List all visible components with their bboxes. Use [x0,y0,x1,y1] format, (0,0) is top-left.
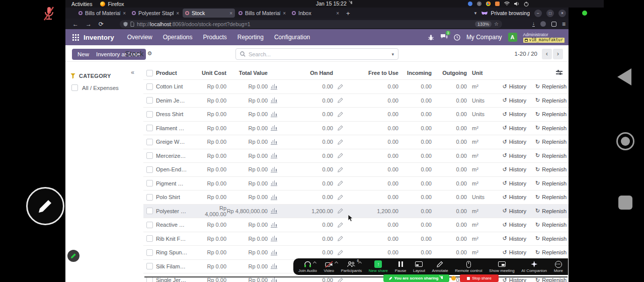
table-row[interactable]: Filament … Rp 0.00 Rp 0.00 0.00 0.00 0.0… [143,121,569,135]
replenish-button[interactable]: ↻Replenish [528,235,569,242]
optional-columns-icon[interactable] [556,70,562,75]
shield-icon[interactable] [123,22,128,27]
row-checkbox[interactable] [146,222,153,228]
history-button[interactable]: ↺History [491,125,528,131]
row-checkbox[interactable] [146,139,153,145]
replenish-button[interactable]: ↻Replenish [528,194,569,201]
close-window-button[interactable]: × [558,10,566,17]
sidebar-item-all-expenses[interactable]: All / Expenses [71,84,119,91]
edit-pencil-icon[interactable] [338,167,343,172]
gear-icon[interactable]: ⚙ [147,50,152,57]
join-audio-button[interactable]: Join Audio [298,260,317,273]
valuation-chart-icon[interactable] [271,236,277,241]
product-name[interactable]: Single Jer… [156,277,199,282]
stop-share-button[interactable]: Stop share [460,274,499,282]
new-tab-button[interactable]: + [346,10,350,17]
edit-pencil-icon[interactable] [338,250,343,255]
activities-button[interactable]: Activities [71,1,92,7]
user-menu[interactable]: Administrator v18_manufaktur [523,32,565,43]
product-name[interactable]: Cotton Lint [156,83,199,89]
android-back-button[interactable] [617,68,631,85]
history-button[interactable]: ↺History [491,208,528,214]
bookmark-star-icon[interactable]: ☆ [494,21,499,27]
category-checkbox[interactable] [71,84,78,91]
valuation-chart-icon[interactable] [271,98,277,103]
product-name[interactable]: Rib Knit F… [156,236,199,242]
history-button[interactable]: ↺History [491,180,528,186]
menu-icon[interactable]: ≡ [562,21,566,28]
edit-pencil-icon[interactable] [338,125,343,131]
edit-pencil-icon[interactable] [338,98,343,103]
android-home-button[interactable] [616,132,634,150]
col-incoming[interactable]: Incoming [398,70,432,76]
chevron-up-icon[interactable] [358,261,362,265]
row-checkbox[interactable] [146,152,153,159]
remote-control-button[interactable]: Remote control [455,260,482,273]
show-meeting-button[interactable]: Show meeting [489,260,515,273]
edit-pencil-icon[interactable] [338,236,343,241]
replenish-button[interactable]: ↻Replenish [528,152,569,159]
new-share-button[interactable]: ↑ New share [369,260,388,273]
participants-button[interactable]: 6 Participants [341,260,362,273]
tray-chrome-icon[interactable] [486,2,491,6]
close-tab-icon[interactable]: × [176,11,179,16]
product-name[interactable]: Pigment … [156,180,199,186]
menu-configuration[interactable]: Configuration [274,34,310,41]
valuation-chart-icon[interactable] [271,277,277,282]
edit-pencil-icon[interactable] [338,84,343,89]
ai-companion-button[interactable]: AI Companion [521,260,547,273]
row-checkbox[interactable] [146,277,153,282]
android-recents-button[interactable] [618,196,632,210]
replenish-button[interactable]: ↻Replenish [528,125,569,131]
replenish-button[interactable]: ↻Replenish [528,111,569,118]
annotation-pencil-tool[interactable] [26,187,64,225]
tray-screenshare-icon[interactable] [495,2,500,6]
close-tab-icon[interactable]: × [336,11,339,16]
history-button[interactable]: ↺History [491,194,528,201]
product-name[interactable]: Polyester … [156,208,199,214]
row-checkbox[interactable] [146,208,153,214]
more-button[interactable]: ••• More [554,260,563,273]
messages-button[interactable]: 3 [440,33,448,42]
back-button[interactable]: ← [72,21,78,28]
history-button[interactable]: ↺History [491,235,528,242]
app-name[interactable]: Inventory [84,34,114,41]
product-name[interactable]: Denim Je… [156,98,199,104]
user-avatar[interactable]: A [508,33,517,42]
zoom-level-badge[interactable]: 133% [475,21,492,27]
row-checkbox[interactable] [146,83,153,90]
product-name[interactable]: Greige W… [156,139,199,145]
volume-icon[interactable] [514,2,519,6]
history-button[interactable]: ↺History [491,139,528,145]
menu-products[interactable]: Products [203,34,226,41]
table-row[interactable]: Dress Shirt Rp 0.00 Rp 0.00 0.00 0.00 0.… [143,107,569,121]
replenish-button[interactable]: ↻Replenish [528,208,569,214]
valuation-chart-icon[interactable] [271,195,277,200]
product-name[interactable]: Filament … [156,125,199,131]
row-checkbox[interactable] [146,111,153,118]
url-bar[interactable]: http://localhost:8069/odoo/stock-report?… [120,20,502,28]
replenish-button[interactable]: ↻Replenish [528,83,569,90]
valuation-chart-icon[interactable] [271,112,277,117]
row-checkbox[interactable] [146,235,153,242]
close-tab-icon[interactable]: × [123,11,126,16]
company-switcher[interactable]: My Company [466,34,502,41]
valuation-chart-icon[interactable] [271,167,277,172]
col-total-value[interactable]: Total Value [226,70,268,76]
product-name[interactable]: Open-End… [156,166,199,172]
tab-inbox[interactable]: Inbox × [289,9,342,18]
pause-share-button[interactable]: Pause [395,260,407,273]
product-name[interactable]: Silk Filam… [156,263,199,269]
tray-app-icon[interactable] [468,2,472,6]
product-name[interactable]: Reactive … [156,222,199,228]
col-free-to-use[interactable]: Free to Use [347,70,398,76]
replenish-button[interactable]: ↻Replenish [528,222,569,228]
menu-operations[interactable]: Operations [163,34,193,41]
tab-stock-active[interactable]: Stock × [183,9,235,18]
extensions-icon[interactable] [551,22,556,27]
history-button[interactable]: ↺History [491,166,528,173]
valuation-chart-icon[interactable] [271,263,277,269]
annotation-color-dot[interactable] [451,276,456,280]
chevron-up-icon[interactable] [313,261,316,265]
annotate-button[interactable]: Annotate [432,260,448,273]
